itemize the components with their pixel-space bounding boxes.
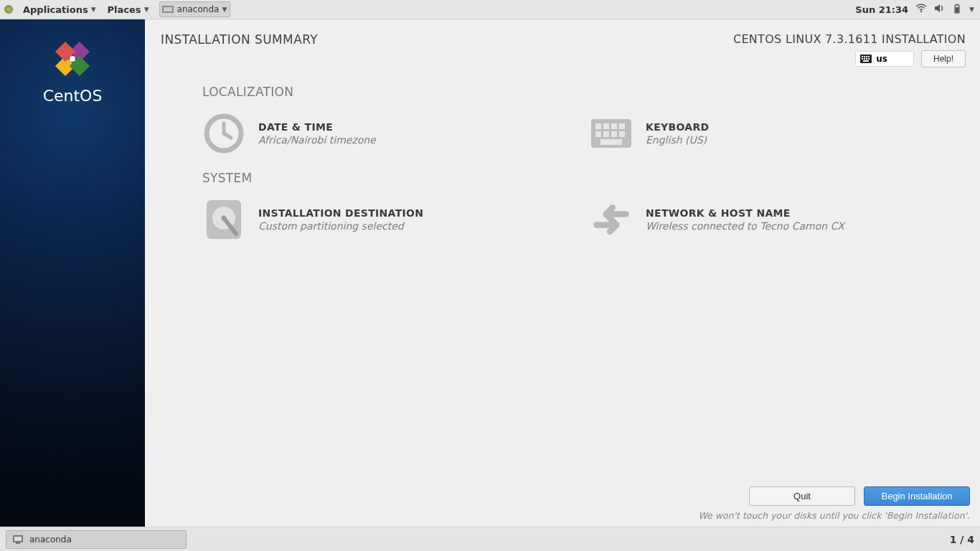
product-title: CENTOS LINUX 7.3.1611 INSTALLATION bbox=[733, 32, 966, 46]
quit-button[interactable]: Quit bbox=[749, 486, 855, 506]
top-panel-task-anaconda[interactable]: anaconda ▼ bbox=[159, 1, 231, 17]
svg-line-25 bbox=[224, 133, 231, 138]
svg-rect-16 bbox=[866, 56, 867, 57]
installer-header: INSTALLATION SUMMARY CENTOS LINUX 7.3.16… bbox=[145, 19, 980, 72]
harddisk-icon bbox=[202, 198, 245, 241]
svg-rect-29 bbox=[611, 123, 617, 129]
top-panel-status-area: Sun 21:34 ▼ bbox=[855, 4, 980, 16]
gnome-top-panel: Applications ▼ Places ▼ anaconda ▼ Sun 2… bbox=[0, 0, 980, 19]
taskbar-label: anaconda bbox=[29, 534, 72, 545]
spoke-title: DATE & TIME bbox=[258, 121, 376, 133]
category-localization: LOCALIZATION bbox=[202, 85, 937, 99]
keyboard-icon bbox=[860, 55, 872, 63]
spoke-title: INSTALLATION DESTINATION bbox=[258, 207, 423, 219]
volume-icon[interactable] bbox=[934, 4, 945, 15]
svg-rect-3 bbox=[164, 7, 172, 11]
svg-rect-32 bbox=[603, 131, 609, 137]
chevron-down-icon[interactable]: ▼ bbox=[969, 6, 974, 13]
svg-rect-20 bbox=[866, 58, 867, 60]
svg-rect-21 bbox=[868, 58, 870, 60]
svg-rect-18 bbox=[862, 58, 863, 60]
svg-rect-31 bbox=[595, 131, 601, 137]
spoke-status: English (US) bbox=[646, 134, 709, 146]
centos-logo-icon bbox=[53, 39, 92, 81]
places-menu[interactable]: Places ▼ bbox=[102, 0, 155, 19]
svg-rect-6 bbox=[956, 4, 958, 5]
begin-installation-button[interactable]: Begin Installation bbox=[864, 486, 970, 506]
spoke-status: Custom partitioning selected bbox=[258, 220, 423, 232]
svg-rect-14 bbox=[862, 56, 863, 57]
gnome-bottom-panel: anaconda 1 / 4 bbox=[0, 527, 980, 551]
chevron-down-icon: ▼ bbox=[91, 6, 96, 13]
spoke-keyboard[interactable]: KEYBOARD English (US) bbox=[590, 109, 934, 158]
applications-menu-label: Applications bbox=[23, 4, 88, 15]
network-icon bbox=[590, 198, 633, 241]
help-button[interactable]: Help! bbox=[921, 50, 966, 67]
svg-rect-22 bbox=[863, 60, 869, 62]
svg-rect-41 bbox=[16, 542, 20, 544]
spoke-title: KEYBOARD bbox=[646, 121, 709, 133]
spokes-container: LOCALIZATION DATE & TIME Africa/Nairobi … bbox=[145, 72, 980, 250]
svg-rect-17 bbox=[868, 56, 870, 57]
places-menu-label: Places bbox=[108, 4, 141, 15]
battery-icon[interactable] bbox=[952, 4, 962, 16]
svg-rect-7 bbox=[956, 7, 958, 12]
svg-rect-30 bbox=[619, 123, 625, 129]
keyboard-layout-indicator[interactable]: us bbox=[855, 51, 914, 67]
applications-menu[interactable]: Applications ▼ bbox=[17, 0, 102, 19]
clock[interactable]: Sun 21:34 bbox=[855, 4, 908, 15]
svg-point-12 bbox=[70, 56, 75, 62]
spoke-datetime[interactable]: DATE & TIME Africa/Nairobi timezone bbox=[202, 109, 547, 158]
spoke-status: Wireless connected to Tecno Camon CX bbox=[646, 220, 844, 232]
svg-rect-40 bbox=[14, 537, 22, 541]
svg-point-1 bbox=[6, 7, 11, 11]
spoke-network[interactable]: NETWORK & HOST NAME Wireless connected t… bbox=[590, 195, 934, 244]
action-bar: Quit Begin Installation We won't touch y… bbox=[145, 478, 980, 527]
taskbar-item-anaconda[interactable]: anaconda bbox=[6, 530, 187, 549]
action-hint: We won't touch your disks until you clic… bbox=[155, 510, 970, 521]
installer-main: INSTALLATION SUMMARY CENTOS LINUX 7.3.16… bbox=[145, 19, 980, 527]
svg-rect-27 bbox=[595, 123, 601, 129]
distro-logo-icon bbox=[3, 4, 14, 15]
installer-sidebar: CentOS bbox=[0, 19, 145, 527]
spoke-installation-destination[interactable]: INSTALLATION DESTINATION Custom partitio… bbox=[202, 195, 547, 244]
top-task-label: anaconda bbox=[177, 4, 220, 14]
spoke-status: Africa/Nairobi timezone bbox=[258, 134, 376, 146]
anaconda-installer: CentOS INSTALLATION SUMMARY CENTOS LINUX… bbox=[0, 19, 980, 527]
svg-rect-35 bbox=[600, 139, 622, 145]
category-system: SYSTEM bbox=[202, 171, 937, 185]
workspace-indicator[interactable]: 1 / 4 bbox=[950, 534, 974, 545]
chevron-down-icon: ▼ bbox=[222, 6, 227, 13]
svg-rect-19 bbox=[864, 58, 865, 60]
svg-rect-15 bbox=[864, 56, 865, 57]
svg-rect-28 bbox=[603, 123, 609, 129]
app-icon bbox=[12, 534, 24, 545]
keyboard-icon bbox=[590, 112, 633, 155]
svg-rect-34 bbox=[619, 131, 625, 137]
kb-layout-label: us bbox=[876, 54, 887, 64]
app-icon bbox=[161, 4, 174, 15]
spoke-title: NETWORK & HOST NAME bbox=[646, 207, 844, 219]
page-title: INSTALLATION SUMMARY bbox=[161, 32, 318, 47]
svg-rect-33 bbox=[611, 131, 617, 137]
svg-point-4 bbox=[920, 11, 922, 12]
wifi-icon[interactable] bbox=[915, 4, 927, 15]
clock-icon bbox=[202, 112, 245, 155]
sidebar-distro-label: CentOS bbox=[43, 87, 103, 105]
chevron-down-icon: ▼ bbox=[144, 6, 149, 13]
